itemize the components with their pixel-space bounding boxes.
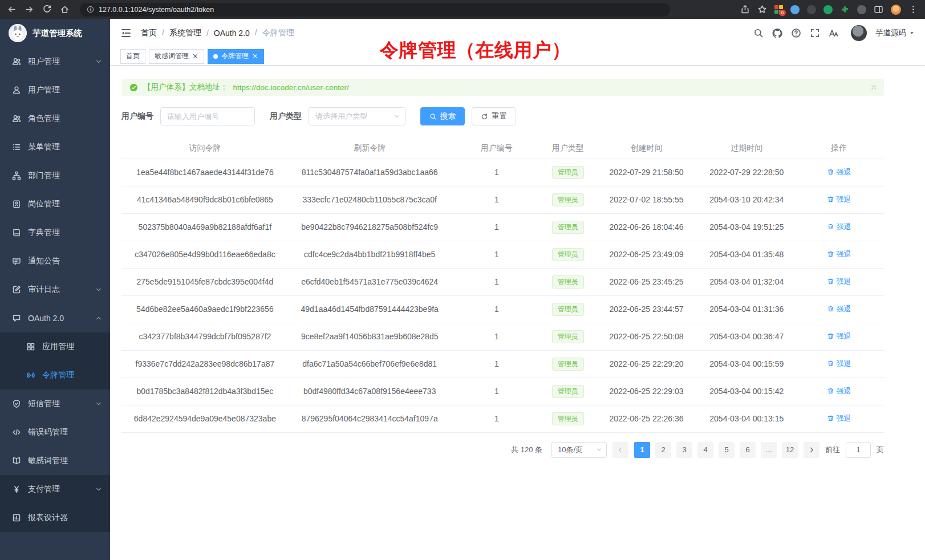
page-button[interactable]: 6 <box>740 442 756 458</box>
force-logout-button[interactable]: 强退 <box>827 167 851 177</box>
search-icon[interactable] <box>753 28 764 38</box>
site-info-icon[interactable] <box>87 6 94 13</box>
font-size-icon[interactable] <box>829 28 839 38</box>
prev-page-button[interactable] <box>612 442 628 458</box>
fullscreen-icon[interactable] <box>810 28 820 38</box>
sidebar-item-error-code[interactable]: 错误码管理 <box>0 418 110 447</box>
sidebar-fold-icon[interactable] <box>120 27 132 39</box>
breadcrumb-item[interactable]: 系统管理 <box>157 28 201 38</box>
page-button[interactable]: ... <box>761 442 777 458</box>
sidebar-item-oauth2-token[interactable]: 令牌管理 <box>0 361 110 389</box>
breadcrumb-item[interactable]: 令牌管理 <box>250 28 294 38</box>
column-header: 用户类型 <box>542 138 594 159</box>
bookmark-star-icon[interactable] <box>757 5 767 14</box>
browser-profile-avatar[interactable] <box>891 5 901 15</box>
refresh-token-cell: cdfc4ce9c2da4bb1bdf21b9918ff4be5 <box>289 241 451 268</box>
alert-doc-link[interactable]: https://doc.iocoder.cn/user-center/ <box>233 83 349 92</box>
menu-item-icon <box>12 485 21 494</box>
sidebar-item-oauth2-app[interactable]: 应用管理 <box>0 332 110 361</box>
page-button[interactable]: 1 <box>634 442 650 458</box>
browser-menu-icon[interactable] <box>908 5 918 14</box>
tab-label: 敏感词管理 <box>155 51 189 61</box>
search-button-icon <box>429 113 437 120</box>
sidebar-item-notice[interactable]: 通知公告 <box>0 247 110 275</box>
access-token-cell: 41c41346a548490f9dc8b01c6bfe0865 <box>121 186 289 213</box>
goto-page-input[interactable] <box>846 442 871 458</box>
force-logout-button[interactable]: 强退 <box>827 222 851 232</box>
menu-item-icon <box>12 399 21 408</box>
sidebar-item-dept[interactable]: 部门管理 <box>0 161 110 190</box>
reset-button[interactable]: 重置 <box>472 107 516 125</box>
force-logout-button[interactable]: 强退 <box>827 386 851 396</box>
search-button[interactable]: 搜索 <box>420 107 465 125</box>
table-row: 275e5de9151045fe87cbdc395e004f4d e6cfd40… <box>121 268 884 295</box>
page-button[interactable]: 12 <box>782 442 798 458</box>
browser-home-icon[interactable] <box>60 5 70 14</box>
user-id-input[interactable] <box>160 107 255 125</box>
access-token-cell: b0d1785bc3a8482f812db4a3f3bd15ec <box>121 378 289 405</box>
menu-item-icon <box>12 228 21 237</box>
refresh-token-cell: 8796295f04064c2983414cc54af1097a <box>289 405 451 432</box>
sidebar-item-oauth2[interactable]: OAuth 2.0 <box>0 304 110 332</box>
created-time-cell: 2022-06-26 18:04:46 <box>594 213 700 241</box>
user-avatar[interactable] <box>851 25 867 41</box>
force-logout-button[interactable]: 强退 <box>827 331 851 342</box>
extension-dark-icon[interactable] <box>807 5 816 14</box>
force-logout-button[interactable]: 强退 <box>827 359 851 369</box>
page-button[interactable]: 5 <box>719 442 735 458</box>
sidebar-item-user[interactable]: 用户管理 <box>0 76 110 104</box>
browser-back-icon[interactable] <box>7 5 17 14</box>
force-logout-button[interactable]: 强退 <box>827 304 851 314</box>
sidebar-item-role[interactable]: 角色管理 <box>0 104 110 133</box>
extension-green-icon[interactable] <box>823 5 833 14</box>
access-token-cell: 1ea5e44f8bc1467aaede43144f31de76 <box>121 159 289 186</box>
tab[interactable]: 令牌管理 <box>208 49 264 64</box>
sidebar-item-label: 敏感词管理 <box>28 456 68 466</box>
tab[interactable]: 首页 <box>120 49 145 64</box>
tab-close-icon[interactable] <box>252 53 258 59</box>
page-button[interactable]: 4 <box>697 442 713 458</box>
page-button[interactable]: 2 <box>655 442 671 458</box>
tab[interactable]: 敏感词管理 <box>149 49 204 64</box>
sidebar-item-menu[interactable]: 菜单管理 <box>0 133 110 161</box>
split-screen-icon[interactable] <box>874 5 883 14</box>
sidebar-item-audit-log[interactable]: 审计日志 <box>0 275 110 304</box>
menu-item-icon <box>12 143 21 152</box>
url-text: 127.0.0.1:1024/system/oauth2/token <box>99 6 214 14</box>
sidebar-item-tenant[interactable]: 租户管理 <box>0 47 110 76</box>
trash-icon <box>827 196 834 203</box>
browser-address-bar[interactable]: 127.0.0.1:1024/system/oauth2/token <box>80 3 670 17</box>
force-logout-button[interactable]: 强退 <box>827 249 851 259</box>
table-row: 41c41346a548490f9dc8b01c6bfe0865 333ecfc… <box>121 186 884 213</box>
sidebar-item-label: 令牌管理 <box>42 370 74 380</box>
share-icon[interactable] <box>740 5 750 14</box>
github-icon[interactable] <box>772 28 782 38</box>
user-type-select[interactable]: 请选择用户类型 <box>309 107 405 125</box>
help-question-icon[interactable] <box>791 28 801 38</box>
page-button[interactable]: 3 <box>676 442 692 458</box>
force-logout-button[interactable]: 强退 <box>827 413 851 424</box>
sidebar-item-dict[interactable]: 字典管理 <box>0 218 110 247</box>
extension-gray-icon[interactable] <box>857 5 866 14</box>
menu-item-icon <box>26 342 35 351</box>
browser-reload-icon[interactable] <box>42 5 52 14</box>
sidebar-item-report-designer[interactable]: 报表设计器 <box>0 504 110 532</box>
breadcrumb-item[interactable]: OAuth 2.0 <box>201 29 250 38</box>
extension-grid-icon[interactable]: 0 <box>774 5 783 14</box>
extensions-puzzle-icon[interactable] <box>840 5 850 14</box>
force-logout-button[interactable]: 强退 <box>827 194 851 205</box>
alert-close-icon[interactable] <box>870 84 877 91</box>
page-size-select[interactable]: 10条/页 <box>551 442 607 458</box>
user-menu[interactable]: 芋道源码 <box>875 28 915 38</box>
breadcrumb-item[interactable]: 首页 <box>141 28 157 38</box>
force-logout-button[interactable]: 强退 <box>827 277 851 287</box>
sidebar-item-post[interactable]: 岗位管理 <box>0 190 110 218</box>
tab-close-icon[interactable] <box>192 53 198 59</box>
sidebar-item-sms[interactable]: 短信管理 <box>0 389 110 418</box>
sidebar-item-sensitive-word[interactable]: 敏感词管理 <box>0 447 110 475</box>
extension-blue-icon[interactable] <box>790 5 800 14</box>
app-logo[interactable]: 芋道管理系统 <box>0 19 110 47</box>
browser-forward-icon[interactable] <box>25 5 34 14</box>
sidebar-item-pay[interactable]: 支付管理 <box>0 475 110 504</box>
next-page-button[interactable] <box>804 442 819 458</box>
